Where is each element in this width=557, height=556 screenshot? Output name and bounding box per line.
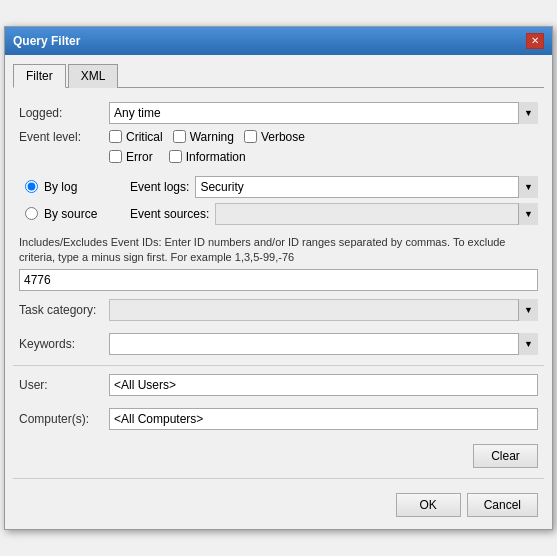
keywords-row: Keywords: ▼	[13, 329, 544, 359]
event-sources-label: Event sources:	[130, 207, 209, 221]
info-text: Includes/Excludes Event IDs: Enter ID nu…	[13, 229, 544, 270]
event-level-row2: Error Information	[19, 150, 538, 164]
dialog-buttons: OK Cancel	[13, 485, 544, 521]
keywords-combo: ▼	[109, 333, 538, 355]
verbose-label: Verbose	[261, 130, 305, 144]
user-label: User:	[19, 378, 109, 392]
by-source-radio[interactable]	[25, 207, 38, 220]
error-checkbox[interactable]	[109, 150, 122, 163]
information-checkbox-item: Information	[169, 150, 246, 164]
event-level-row: Event level: Critical Warning Verbose	[19, 130, 538, 144]
tab-filter[interactable]: Filter	[13, 64, 66, 88]
verbose-checkbox[interactable]	[244, 130, 257, 143]
cancel-button[interactable]: Cancel	[467, 493, 538, 517]
event-sources-select[interactable]	[215, 203, 538, 225]
warning-label: Warning	[190, 130, 234, 144]
logged-select[interactable]: Any time Last hour Last 12 hours Last 24…	[109, 102, 538, 124]
keywords-select[interactable]	[109, 333, 538, 355]
dialog-title: Query Filter	[13, 34, 80, 48]
by-log-row: By log Event logs: Security ▼	[19, 176, 538, 198]
critical-checkbox[interactable]	[109, 130, 122, 143]
by-source-row: By source Event sources: ▼	[19, 203, 538, 225]
bottom-divider	[13, 478, 544, 479]
information-label: Information	[186, 150, 246, 164]
by-log-content: Event logs: Security ▼	[130, 176, 538, 198]
task-category-select[interactable]	[109, 299, 538, 321]
tab-xml[interactable]: XML	[68, 64, 119, 88]
dialog-window: Query Filter ✕ Filter XML Logged: Any ti…	[4, 26, 553, 531]
event-id-wrapper	[13, 269, 544, 291]
divider	[13, 365, 544, 366]
radio-section: By log Event logs: Security ▼ By source …	[13, 172, 544, 229]
user-row: User:	[13, 372, 544, 398]
critical-label: Critical	[126, 130, 163, 144]
close-button[interactable]: ✕	[526, 33, 544, 49]
critical-checkbox-item: Critical	[109, 130, 163, 144]
verbose-checkbox-item: Verbose	[244, 130, 305, 144]
title-bar: Query Filter ✕	[5, 27, 552, 55]
event-level-label: Event level:	[19, 130, 109, 144]
task-category-label: Task category:	[19, 303, 109, 317]
form-section: Logged: Any time Last hour Last 12 hours…	[13, 98, 544, 172]
computers-input[interactable]	[109, 408, 538, 430]
computers-label: Computer(s):	[19, 412, 109, 426]
event-logs-label: Event logs:	[130, 180, 189, 194]
by-source-label: By source	[44, 207, 124, 221]
by-log-radio[interactable]	[25, 180, 38, 193]
clear-button-wrapper: Clear	[13, 440, 544, 472]
by-source-content: Event sources: ▼	[130, 203, 538, 225]
by-log-label: By log	[44, 180, 124, 194]
event-sources-combo: ▼	[215, 203, 538, 225]
keywords-label: Keywords:	[19, 337, 109, 351]
clear-button[interactable]: Clear	[473, 444, 538, 468]
dialog-body: Filter XML Logged: Any time Last hour La…	[5, 55, 552, 530]
logged-row: Logged: Any time Last hour Last 12 hours…	[19, 102, 538, 124]
computers-row: Computer(s):	[13, 404, 544, 434]
error-label: Error	[126, 150, 153, 164]
event-logs-combo: Security ▼	[195, 176, 538, 198]
logged-combo-wrapper: Any time Last hour Last 12 hours Last 24…	[109, 102, 538, 124]
tabs-container: Filter XML	[13, 63, 544, 88]
task-category-combo: ▼	[109, 299, 538, 321]
ok-button[interactable]: OK	[396, 493, 461, 517]
task-category-row: Task category: ▼	[13, 297, 544, 323]
logged-label: Logged:	[19, 106, 109, 120]
information-checkbox[interactable]	[169, 150, 182, 163]
title-bar-buttons: ✕	[526, 33, 544, 49]
warning-checkbox-item: Warning	[173, 130, 234, 144]
warning-checkbox[interactable]	[173, 130, 186, 143]
event-logs-select[interactable]: Security	[195, 176, 538, 198]
error-checkbox-item: Error	[109, 150, 153, 164]
event-id-input[interactable]	[19, 269, 538, 291]
user-input[interactable]	[109, 374, 538, 396]
